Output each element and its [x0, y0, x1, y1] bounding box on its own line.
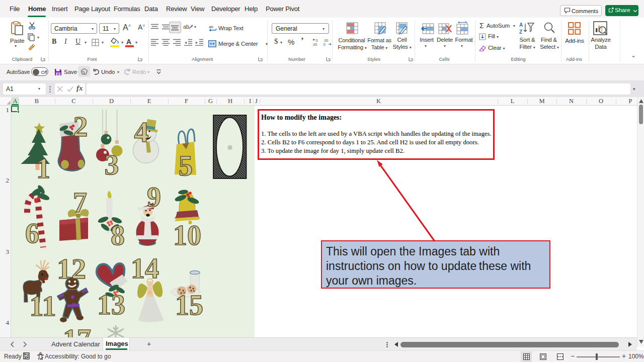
svg-text:2: 2 [73, 110, 88, 143]
svg-text:12: 12 [57, 252, 86, 285]
svg-text:7: 7 [73, 187, 87, 218]
svg-text:6: 6 [25, 218, 39, 249]
svg-text:0: 0 [316, 39, 318, 42]
svg-text:.00: .00 [324, 39, 328, 42]
svg-text:0: 0 [324, 43, 326, 46]
svg-text:10: 10 [173, 220, 201, 251]
svg-text:.00: .00 [312, 43, 317, 46]
svg-text:Z: Z [519, 29, 522, 35]
svg-text:4: 4 [134, 116, 149, 148]
svg-text:ab: ab [209, 25, 213, 29]
svg-text:5: 5 [179, 150, 193, 182]
svg-text:9: 9 [147, 182, 161, 213]
svg-text:8: 8 [111, 220, 125, 251]
svg-text:13: 13 [97, 289, 125, 320]
svg-text:A: A [519, 22, 523, 28]
svg-text:3: 3 [105, 148, 119, 181]
svg-text:❊: ❊ [227, 144, 233, 151]
svg-text:15: 15 [175, 290, 203, 321]
svg-text:17: 17 [63, 324, 91, 337]
svg-text:1: 1 [36, 153, 50, 184]
svg-text:11: 11 [30, 291, 56, 322]
svg-text:14: 14 [131, 253, 159, 284]
svg-text:ab: ab [183, 24, 189, 30]
